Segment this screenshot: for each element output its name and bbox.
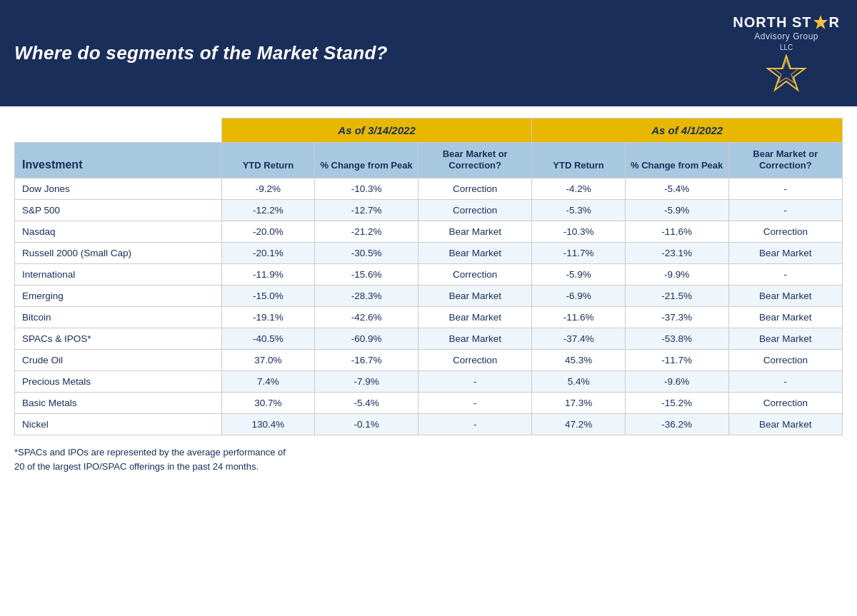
p2-ytd: -5.3% <box>532 200 625 221</box>
page-wrapper: Where do segments of the Market Stand? N… <box>0 0 857 482</box>
p2-status: Correction <box>728 350 842 371</box>
p2-status: Bear Market <box>728 307 842 328</box>
p2-change: -11.7% <box>625 350 728 371</box>
p2-change: -23.1% <box>625 243 728 264</box>
investment-name: Nickel <box>15 414 222 435</box>
p1-ytd: 130.4% <box>221 414 314 435</box>
p2-status: - <box>728 178 842 200</box>
p2-ytd: -37.4% <box>532 328 625 350</box>
table-row: Bitcoin -19.1% -42.6% Bear Market -11.6%… <box>15 307 843 328</box>
table-row: SPACs & IPOS* -40.5% -60.9% Bear Market … <box>15 328 843 350</box>
investment-name: S&P 500 <box>15 200 222 221</box>
p1-ytd: -9.2% <box>221 178 314 200</box>
logo-llc: LLC <box>780 43 793 52</box>
p2-change: -5.9% <box>625 200 728 221</box>
p2-ytd: -5.9% <box>532 264 625 286</box>
logo-area: NORTH ST R Advisory Group LLC <box>733 13 840 94</box>
footnote: *SPACs and IPOs are represented by the a… <box>14 445 843 473</box>
logo-north-text: NORTH ST <box>733 13 811 31</box>
p2-change: -11.6% <box>625 221 728 243</box>
table-row: Basic Metals 30.7% -5.4% - 17.3% -15.2% … <box>15 393 843 414</box>
table-row: Dow Jones -9.2% -10.3% Correction -4.2% … <box>15 178 843 200</box>
p2-status: Bear Market <box>728 286 842 307</box>
logo-star-large-icon <box>765 54 808 94</box>
investment-name: Crude Oil <box>15 350 222 371</box>
p1-ytd: -40.5% <box>221 328 314 350</box>
p2-change: -15.2% <box>625 393 728 414</box>
p1-ytd: -19.1% <box>221 307 314 328</box>
p1-status: Bear Market <box>418 286 531 307</box>
p1-ytd: -20.0% <box>221 221 314 243</box>
p1-change: -16.7% <box>315 350 419 371</box>
p1-ytd: -20.1% <box>221 243 314 264</box>
p2-ytd: -11.6% <box>532 307 625 328</box>
investment-name: Emerging <box>15 286 222 307</box>
investment-name: Dow Jones <box>15 178 222 200</box>
p1-change: -15.6% <box>315 264 419 286</box>
p1-change: -12.7% <box>315 200 419 221</box>
logo-star-icon <box>813 14 828 30</box>
svg-marker-2 <box>773 60 799 83</box>
p2-status: Bear Market <box>728 243 842 264</box>
p1-change: -7.9% <box>315 371 419 393</box>
p1-change: -0.1% <box>315 414 419 435</box>
p2-ytd: 5.4% <box>532 371 625 393</box>
table-row: International -11.9% -15.6% Correction -… <box>15 264 843 286</box>
table-wrapper: As of 3/14/2022 As of 4/1/2022 Investmen… <box>14 118 843 436</box>
investment-name: Nasdaq <box>15 221 222 243</box>
p1-ytd: 37.0% <box>221 350 314 371</box>
p2-change: -53.8% <box>625 328 728 350</box>
table-body: Dow Jones -9.2% -10.3% Correction -4.2% … <box>15 178 843 435</box>
market-table: As of 3/14/2022 As of 4/1/2022 Investmen… <box>14 118 843 436</box>
p1-change: -28.3% <box>315 286 419 307</box>
p2-change-col-header: % Change from Peak <box>625 142 728 178</box>
p1-status: Correction <box>418 200 531 221</box>
p1-ytd: -11.9% <box>221 264 314 286</box>
investment-name: International <box>15 264 222 286</box>
section-header-row: As of 3/14/2022 As of 4/1/2022 <box>15 118 843 142</box>
p1-status: Bear Market <box>418 243 531 264</box>
p1-change: -21.2% <box>315 221 419 243</box>
p2-status: - <box>728 264 842 286</box>
col-header-row: Investment YTD Return % Change from Peak… <box>15 142 843 178</box>
p2-status: - <box>728 371 842 393</box>
p2-status-col-header: Bear Market or Correction? <box>728 142 842 178</box>
table-row: S&P 500 -12.2% -12.7% Correction -5.3% -… <box>15 200 843 221</box>
p2-ytd: -4.2% <box>532 178 625 200</box>
table-row: Nickel 130.4% -0.1% - 47.2% -36.2% Bear … <box>15 414 843 435</box>
p1-status: Bear Market <box>418 221 531 243</box>
table-row: Crude Oil 37.0% -16.7% Correction 45.3% … <box>15 350 843 371</box>
p2-ytd: 17.3% <box>532 393 625 414</box>
p2-change: -9.9% <box>625 264 728 286</box>
investment-name: SPACs & IPOS* <box>15 328 222 350</box>
p1-status: - <box>418 393 531 414</box>
investment-name: Precious Metals <box>15 371 222 393</box>
content-area: As of 3/14/2022 As of 4/1/2022 Investmen… <box>0 106 857 483</box>
p2-change: -21.5% <box>625 286 728 307</box>
p2-status: Bear Market <box>728 414 842 435</box>
investment-name: Russell 2000 (Small Cap) <box>15 243 222 264</box>
header: Where do segments of the Market Stand? N… <box>0 0 857 106</box>
table-row: Precious Metals 7.4% -7.9% - 5.4% -9.6% … <box>15 371 843 393</box>
period2-header: As of 4/1/2022 <box>532 118 843 142</box>
svg-marker-0 <box>813 15 828 29</box>
p1-change: -60.9% <box>315 328 419 350</box>
p2-ytd: 47.2% <box>532 414 625 435</box>
table-row: Russell 2000 (Small Cap) -20.1% -30.5% B… <box>15 243 843 264</box>
p2-change: -37.3% <box>625 307 728 328</box>
table-row: Nasdaq -20.0% -21.2% Bear Market -10.3% … <box>15 221 843 243</box>
p1-change-col-header: % Change from Peak <box>315 142 419 178</box>
logo-advisory: Advisory Group <box>754 31 818 43</box>
p2-status: Correction <box>728 393 842 414</box>
p1-status: Correction <box>418 350 531 371</box>
p1-status-col-header: Bear Market or Correction? <box>418 142 531 178</box>
p2-ytd: -11.7% <box>532 243 625 264</box>
p1-status: Correction <box>418 264 531 286</box>
p2-ytd: -6.9% <box>532 286 625 307</box>
p2-status: Bear Market <box>728 328 842 350</box>
p1-change: -10.3% <box>315 178 419 200</box>
p1-change: -5.4% <box>315 393 419 414</box>
p2-ytd-col-header: YTD Return <box>532 142 625 178</box>
p1-status: Correction <box>418 178 531 200</box>
p1-status: - <box>418 414 531 435</box>
